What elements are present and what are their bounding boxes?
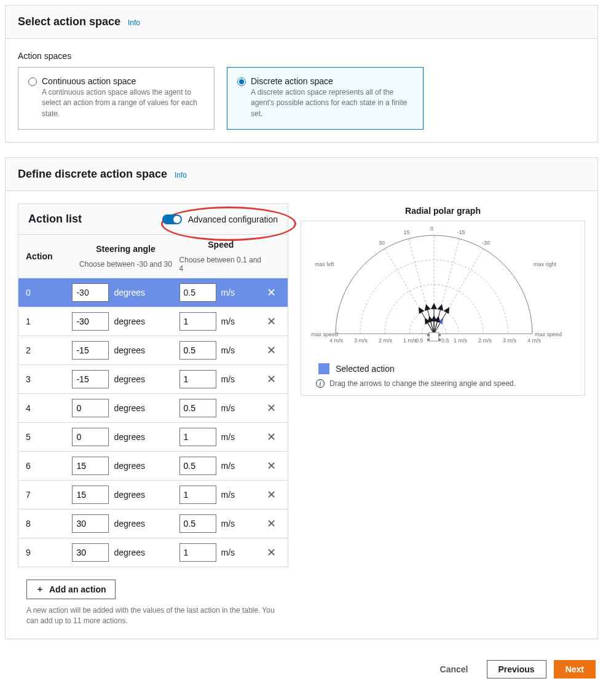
steering-input[interactable]: [72, 543, 109, 562]
col-speed-header: Speed: [208, 240, 234, 250]
panel-header: Define discrete action space Info: [6, 158, 597, 191]
table-row[interactable]: 1degreesm/s✕: [18, 307, 288, 336]
svg-marker-45: [419, 307, 424, 314]
svg-rect-46: [429, 332, 439, 341]
svg-text:30: 30: [379, 240, 385, 246]
svg-line-28: [434, 313, 446, 334]
add-action-button[interactable]: ＋ Add an action: [26, 580, 116, 599]
action-index: 5: [26, 432, 72, 442]
svg-rect-50: [438, 339, 441, 341]
speed-unit: m/s: [221, 403, 235, 413]
speed-input[interactable]: [179, 486, 216, 504]
previous-button[interactable]: Previous: [487, 660, 546, 678]
graph-panel: Radial polar graph 30150-15-30max leftma…: [301, 203, 585, 396]
speed-input[interactable]: [179, 399, 216, 417]
delete-row-button[interactable]: ✕: [267, 460, 276, 472]
steering-unit: degrees: [114, 461, 145, 471]
steering-unit: degrees: [114, 432, 145, 442]
steering-input[interactable]: [72, 341, 109, 360]
steering-input[interactable]: [72, 514, 109, 533]
steering-input[interactable]: [72, 283, 109, 302]
speed-input[interactable]: [179, 543, 216, 562]
speed-input[interactable]: [179, 370, 216, 388]
svg-text:-30: -30: [482, 240, 490, 246]
table-row[interactable]: 0degreesm/s✕: [18, 278, 288, 307]
svg-rect-48: [438, 334, 441, 336]
speed-input[interactable]: [179, 514, 216, 533]
delete-row-button[interactable]: ✕: [267, 373, 276, 385]
delete-row-button[interactable]: ✕: [267, 517, 276, 530]
table-row[interactable]: 7degreesm/s✕: [18, 481, 288, 509]
table-row[interactable]: 5degreesm/s✕: [18, 423, 288, 452]
cancel-button[interactable]: Cancel: [429, 661, 479, 678]
svg-line-44: [422, 313, 434, 334]
table-row[interactable]: 3degreesm/s✕: [18, 365, 288, 394]
delete-row-button[interactable]: ✕: [267, 344, 276, 356]
speed-input[interactable]: [179, 283, 216, 302]
delete-row-button[interactable]: ✕: [267, 286, 276, 299]
svg-text:1 m/s: 1 m/s: [454, 337, 468, 344]
table-row[interactable]: 6degreesm/s✕: [18, 452, 288, 481]
steering-input[interactable]: [72, 312, 109, 331]
table-row[interactable]: 2degreesm/s✕: [18, 336, 288, 365]
svg-text:3 m/s: 3 m/s: [354, 337, 368, 344]
delete-row-button[interactable]: ✕: [267, 489, 276, 501]
card-title: Continuous action space: [42, 76, 200, 86]
steering-input[interactable]: [72, 399, 109, 417]
delete-row-button[interactable]: ✕: [267, 546, 276, 559]
panel-title: Select action space: [18, 15, 120, 28]
card-title: Discrete action space: [251, 76, 409, 86]
action-index: 8: [26, 519, 72, 529]
svg-marker-33: [438, 304, 444, 311]
action-index: 9: [26, 548, 72, 557]
panel-title: Define discrete action space: [18, 168, 167, 180]
action-index: 3: [26, 374, 72, 384]
delete-row-button[interactable]: ✕: [267, 315, 276, 328]
add-action-label: Add an action: [49, 584, 106, 594]
action-list-header: Action list Advanced configuration: [18, 204, 288, 235]
advanced-toggle[interactable]: [162, 214, 182, 224]
action-index: 6: [26, 461, 72, 471]
steering-input[interactable]: [72, 457, 109, 475]
polar-graph[interactable]: 30150-15-30max leftmax rightmax speedmax…: [305, 226, 563, 355]
action-index: 2: [26, 345, 72, 355]
col-steer-sub: Choose between -30 and 30: [79, 260, 172, 269]
speed-input[interactable]: [179, 428, 216, 446]
steering-unit: degrees: [114, 317, 145, 326]
graph-box: 30150-15-30max leftmax rightmax speedmax…: [301, 221, 585, 396]
info-link[interactable]: Info: [175, 171, 187, 179]
svg-marker-37: [431, 303, 437, 309]
table-row[interactable]: 9degreesm/s✕: [18, 538, 288, 567]
steering-input[interactable]: [72, 486, 109, 504]
speed-input[interactable]: [179, 341, 216, 360]
delete-row-button[interactable]: ✕: [267, 402, 276, 414]
speed-input[interactable]: [179, 312, 216, 331]
steering-unit: degrees: [114, 548, 145, 557]
define-discrete-panel: Define discrete action space Info Action…: [5, 157, 598, 639]
footer-buttons: Cancel Previous Next: [5, 654, 598, 686]
svg-rect-49: [427, 339, 430, 341]
svg-text:max speed: max speed: [311, 331, 338, 337]
legend-swatch: [318, 363, 329, 374]
action-space-card[interactable]: Discrete action spaceA discrete action s…: [227, 67, 424, 130]
speed-input[interactable]: [179, 457, 216, 475]
svg-rect-47: [427, 334, 430, 336]
speed-unit: m/s: [221, 374, 235, 384]
col-action-header: Action: [26, 251, 72, 261]
svg-text:2 m/s: 2 m/s: [478, 337, 492, 344]
speed-unit: m/s: [221, 288, 235, 297]
steering-input[interactable]: [72, 370, 109, 388]
svg-text:3 m/s: 3 m/s: [503, 337, 517, 344]
plus-icon: ＋: [36, 584, 44, 595]
delete-row-button[interactable]: ✕: [267, 431, 276, 443]
next-button[interactable]: Next: [554, 660, 596, 678]
svg-marker-29: [444, 307, 449, 314]
table-row[interactable]: 4degreesm/s✕: [18, 394, 288, 423]
steering-input[interactable]: [72, 428, 109, 446]
select-action-space-panel: Select action space Info Action spaces C…: [5, 5, 598, 143]
table-row[interactable]: 8degreesm/s✕: [18, 509, 288, 538]
info-link[interactable]: Info: [128, 18, 140, 27]
svg-text:0: 0: [430, 226, 433, 232]
action-space-card[interactable]: Continuous action spaceA continuous acti…: [18, 67, 215, 130]
advanced-toggle-label: Advanced configuration: [188, 214, 278, 224]
